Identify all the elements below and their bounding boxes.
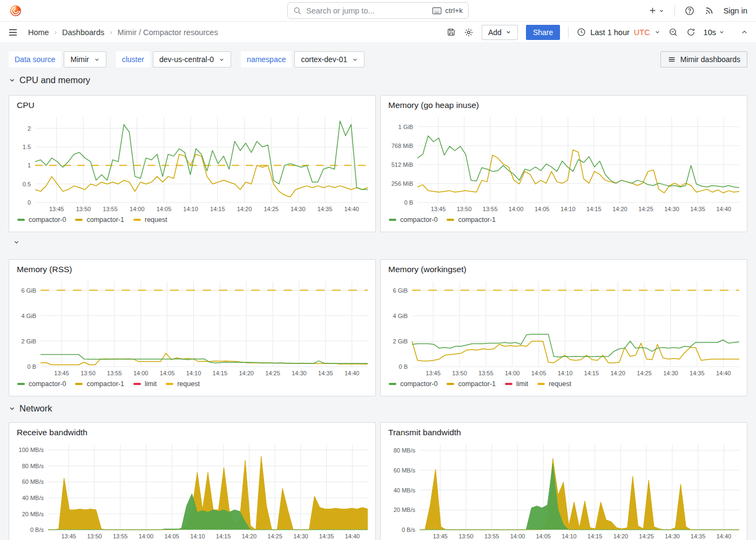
svg-text:14:40: 14:40 [345, 370, 360, 376]
svg-text:13:55: 13:55 [113, 533, 128, 539]
panel-title[interactable]: Memory (RSS) [9, 260, 375, 276]
dashboard-canvas: Data sourceMimirclusterdev-us-central-0n… [0, 44, 756, 540]
svg-text:14:00: 14:00 [510, 533, 525, 539]
grafana-logo[interactable] [9, 4, 23, 18]
svg-text:14:10: 14:10 [562, 533, 577, 539]
share-button[interactable]: Share [526, 25, 560, 40]
save-dashboard-button[interactable] [447, 28, 456, 37]
save-icon [447, 28, 456, 37]
chevron-down-icon [654, 29, 660, 35]
breadcrumb-item[interactable]: Dashboards [62, 28, 104, 37]
svg-text:60 MB/s: 60 MB/s [394, 467, 416, 474]
legend-item-request[interactable]: request [537, 380, 571, 388]
collapse-toolbar-button[interactable] [740, 28, 748, 36]
cpu-chart[interactable]: 00.511.5213:4513:5013:5514:0014:0514:101… [10, 112, 375, 214]
svg-text:14:25: 14:25 [638, 206, 653, 212]
time-range-picker[interactable]: Last 1 hour UTC [577, 28, 660, 37]
legend-item-compactor-0[interactable]: compactor-0 [17, 380, 66, 388]
refresh-interval-picker[interactable]: 10s [704, 28, 725, 37]
transmit-bandwidth-chart[interactable]: 0 B/s20 MB/s40 MB/s60 MB/s80 MB/s13:4513… [382, 439, 747, 540]
legend-item-compactor-1[interactable]: compactor-1 [447, 380, 495, 388]
panel-title[interactable]: Memory (go heap inuse) [381, 96, 747, 112]
panel-receive-bandwidth: Receive bandwidth 0 B/s20 MB/s40 MB/s60 … [9, 422, 376, 540]
panel-title[interactable]: Memory (workingset) [381, 260, 747, 276]
svg-text:14:35: 14:35 [690, 370, 705, 376]
panel-title[interactable]: Receive bandwidth [9, 423, 375, 439]
svg-text:14:05: 14:05 [531, 370, 546, 376]
svg-text:14:30: 14:30 [292, 370, 307, 376]
legend-item-compactor-0[interactable]: compactor-0 [389, 380, 437, 388]
legend-item-compactor-0[interactable]: compactor-0 [17, 216, 66, 224]
legend-item-compactor-0[interactable]: compactor-0 [389, 216, 437, 224]
collapsed-row-toggle[interactable] [13, 238, 20, 248]
svg-text:13:50: 13:50 [458, 533, 474, 539]
svg-text:13:55: 13:55 [107, 370, 122, 376]
svg-text:0 B: 0 B [27, 363, 36, 370]
menu-toggle-button[interactable] [8, 27, 18, 38]
legend-item-request[interactable]: request [133, 216, 167, 224]
section-network[interactable]: Network [9, 403, 52, 414]
news-button[interactable] [704, 6, 714, 16]
panel-title[interactable]: Transmit bandwidth [381, 423, 747, 439]
variable-label-namespace: namespace [241, 51, 292, 68]
workingset-chart[interactable]: 0 B2 GiB4 GiB6 GiB13:4513:5013:5514:0014… [382, 276, 747, 379]
variable-select-namespace[interactable]: cortex-dev-01 [294, 51, 364, 68]
dashboard-settings-button[interactable] [464, 28, 474, 37]
svg-text:14:25: 14:25 [267, 533, 282, 539]
section-cpu-and-memory[interactable]: CPU and memory [9, 75, 90, 85]
svg-text:14:00: 14:00 [139, 533, 154, 539]
legend-item-compactor-1[interactable]: compactor-1 [447, 216, 495, 224]
receive-bandwidth-chart[interactable]: 0 B/s20 MB/s40 MB/s60 MB/s80 MB/s100 MB/… [10, 439, 375, 540]
help-button[interactable] [685, 6, 694, 16]
rss-chart[interactable]: 0 B2 GiB4 GiB6 GiB13:4513:5013:5514:0014… [10, 276, 375, 379]
refresh-button[interactable] [686, 28, 696, 37]
clock-icon [577, 28, 586, 37]
hamburger-icon [8, 27, 18, 38]
variable-select-cluster[interactable]: dev-us-central-0 [153, 51, 231, 68]
svg-text:512 MiB: 512 MiB [392, 161, 413, 168]
svg-text:13:45: 13:45 [433, 533, 448, 539]
svg-text:14:20: 14:20 [237, 206, 252, 212]
svg-text:14:05: 14:05 [160, 370, 175, 376]
divider [568, 26, 569, 38]
svg-text:256 MiB: 256 MiB [392, 180, 413, 187]
search-input[interactable] [306, 6, 428, 15]
mimir-dashboards-button[interactable]: Mimir dashboards [660, 51, 747, 68]
legend-item-compactor-1[interactable]: compactor-1 [75, 380, 124, 388]
panel-title[interactable]: CPU [9, 96, 375, 112]
svg-text:0 B/s: 0 B/s [402, 526, 416, 533]
svg-text:13:50: 13:50 [452, 370, 467, 376]
panel-memory-workingset: Memory (workingset) 0 B2 GiB4 GiB6 GiB13… [380, 259, 747, 396]
svg-text:14:20: 14:20 [239, 370, 254, 376]
heap-chart[interactable]: 0 B256 MiB512 MiB768 MiB1 GiB13:4513:501… [382, 112, 747, 214]
panel-cpu: CPU 00.511.5213:4513:5013:5514:0014:0514… [9, 95, 376, 232]
heap-legend: compactor-0compactor-1 [381, 214, 747, 224]
new-menu-button[interactable] [648, 6, 665, 15]
variable-select-data-source[interactable]: Mimir [64, 51, 106, 68]
svg-text:14:15: 14:15 [213, 370, 228, 376]
svg-text:14:00: 14:00 [505, 370, 520, 376]
svg-text:0 B: 0 B [399, 363, 408, 370]
legend-item-limit[interactable]: limit [133, 380, 157, 388]
svg-text:14:35: 14:35 [690, 206, 705, 212]
add-panel-button[interactable]: Add [482, 25, 518, 40]
legend-item-limit[interactable]: limit [505, 380, 528, 388]
plus-icon [648, 6, 657, 15]
breadcrumb-item[interactable]: Home [28, 28, 49, 37]
svg-text:14:35: 14:35 [318, 206, 333, 212]
svg-text:14:40: 14:40 [344, 206, 359, 212]
svg-text:14:15: 14:15 [586, 206, 602, 212]
svg-text:14:00: 14:00 [509, 206, 524, 212]
dashboard-header: Home›Dashboards›Mimir / Compactor resour… [0, 22, 756, 43]
svg-text:80 MB/s: 80 MB/s [22, 463, 44, 469]
zoom-out-icon [669, 28, 678, 37]
zoom-out-time-button[interactable] [669, 28, 678, 37]
legend-item-compactor-1[interactable]: compactor-1 [75, 216, 124, 224]
sign-in-button[interactable]: Sign in [724, 6, 747, 15]
svg-text:14:15: 14:15 [584, 370, 599, 376]
chevron-down-icon [9, 77, 16, 84]
gear-icon [464, 28, 474, 37]
search-bar[interactable]: ctrl+k [287, 2, 469, 19]
svg-text:14:30: 14:30 [291, 206, 306, 212]
legend-item-request[interactable]: request [166, 380, 200, 388]
